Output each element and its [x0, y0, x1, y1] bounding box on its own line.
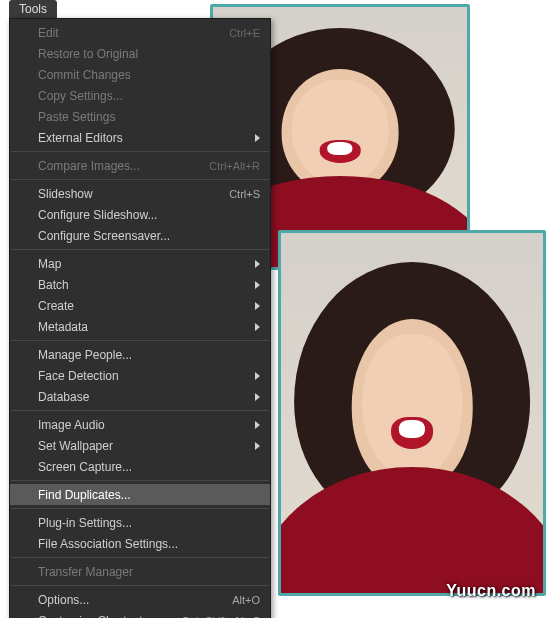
menu-item-find-duplicates[interactable]: Find Duplicates... [10, 484, 270, 505]
menu-item-database[interactable]: Database [10, 386, 270, 407]
menu-item-batch[interactable]: Batch [10, 274, 270, 295]
menu-item-label: Compare Images... [38, 159, 201, 173]
menu-item-label: Map [38, 257, 249, 271]
menu-item-label: Transfer Manager [38, 565, 260, 579]
menu-item-shortcut: Ctrl+E [229, 27, 260, 39]
menu-item-shortcut: Ctrl+S [229, 188, 260, 200]
menu-separator [11, 480, 269, 481]
menu-item-label: Configure Slideshow... [38, 208, 260, 222]
submenu-arrow-icon [255, 323, 260, 331]
menu-item-label: Slideshow [38, 187, 221, 201]
menu-item-options[interactable]: Options...Alt+O [10, 589, 270, 610]
thumbnail-photo-2 [278, 230, 546, 596]
menu-item-label: Configure Screensaver... [38, 229, 260, 243]
menu-item-customize-shortcuts[interactable]: Customize Shortcuts...Ctrl+Shift+Alt+S [10, 610, 270, 618]
menu-item-metadata[interactable]: Metadata [10, 316, 270, 337]
menu-item-label: File Association Settings... [38, 537, 260, 551]
menu-item-slideshow[interactable]: SlideshowCtrl+S [10, 183, 270, 204]
menu-item-screen-capture[interactable]: Screen Capture... [10, 456, 270, 477]
menu-item-shortcut: Ctrl+Shift+Alt+S [181, 615, 260, 619]
menu-separator [11, 410, 269, 411]
submenu-arrow-icon [255, 260, 260, 268]
submenu-arrow-icon [255, 393, 260, 401]
menu-separator [11, 508, 269, 509]
menu-separator [11, 585, 269, 586]
menu-item-manage-people[interactable]: Manage People... [10, 344, 270, 365]
menu-item-transfer-manager: Transfer Manager [10, 561, 270, 582]
menu-item-label: Restore to Original [38, 47, 260, 61]
submenu-arrow-icon [255, 421, 260, 429]
menu-item-label: Paste Settings [38, 110, 260, 124]
menu-item-label: Screen Capture... [38, 460, 260, 474]
menu-item-label: Database [38, 390, 249, 404]
menu-item-label: Customize Shortcuts... [38, 614, 173, 619]
submenu-arrow-icon [255, 372, 260, 380]
menu-item-set-wallpaper[interactable]: Set Wallpaper [10, 435, 270, 456]
menu-item-label: Options... [38, 593, 224, 607]
submenu-arrow-icon [255, 134, 260, 142]
tools-menu: EditCtrl+ERestore to OriginalCommit Chan… [9, 18, 271, 618]
menu-item-shortcut: Ctrl+Alt+R [209, 160, 260, 172]
menu-separator [11, 151, 269, 152]
menu-item-edit: EditCtrl+E [10, 22, 270, 43]
menu-item-configure-screensaver[interactable]: Configure Screensaver... [10, 225, 270, 246]
menu-separator [11, 557, 269, 558]
submenu-arrow-icon [255, 281, 260, 289]
menu-item-label: Manage People... [38, 348, 260, 362]
submenu-arrow-icon [255, 302, 260, 310]
menu-item-configure-slideshow[interactable]: Configure Slideshow... [10, 204, 270, 225]
menu-item-label: Plug-in Settings... [38, 516, 260, 530]
menu-item-create[interactable]: Create [10, 295, 270, 316]
menu-item-label: Batch [38, 278, 249, 292]
menu-item-face-detection[interactable]: Face Detection [10, 365, 270, 386]
menu-item-label: Face Detection [38, 369, 249, 383]
menu-item-label: External Editors [38, 131, 249, 145]
menu-item-label: Image Audio [38, 418, 249, 432]
menu-separator [11, 179, 269, 180]
menu-item-label: Commit Changes [38, 68, 260, 82]
menu-separator [11, 249, 269, 250]
menu-tab-tools[interactable]: Tools [9, 0, 57, 18]
menu-item-label: Copy Settings... [38, 89, 260, 103]
menu-item-label: Edit [38, 26, 221, 40]
submenu-arrow-icon [255, 442, 260, 450]
menu-item-label: Find Duplicates... [38, 488, 260, 502]
menu-item-restore-to-original: Restore to Original [10, 43, 270, 64]
menu-item-map[interactable]: Map [10, 253, 270, 274]
menu-item-plug-in-settings[interactable]: Plug-in Settings... [10, 512, 270, 533]
menu-item-copy-settings: Copy Settings... [10, 85, 270, 106]
menu-item-label: Create [38, 299, 249, 313]
menu-item-commit-changes: Commit Changes [10, 64, 270, 85]
menu-item-paste-settings: Paste Settings [10, 106, 270, 127]
menu-item-image-audio[interactable]: Image Audio [10, 414, 270, 435]
menu-item-external-editors[interactable]: External Editors [10, 127, 270, 148]
menu-item-label: Set Wallpaper [38, 439, 249, 453]
menu-item-label: Metadata [38, 320, 249, 334]
menu-item-shortcut: Alt+O [232, 594, 260, 606]
menu-item-compare-images: Compare Images...Ctrl+Alt+R [10, 155, 270, 176]
menu-item-file-association-settings[interactable]: File Association Settings... [10, 533, 270, 554]
menu-separator [11, 340, 269, 341]
